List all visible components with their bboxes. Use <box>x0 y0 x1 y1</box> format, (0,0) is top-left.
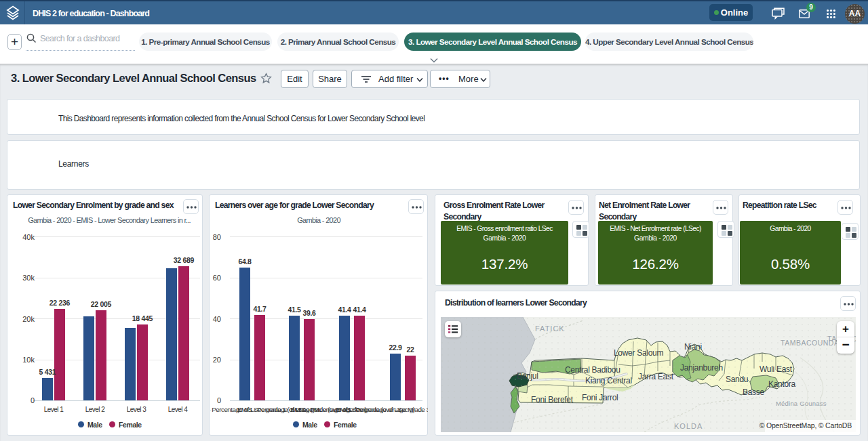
svg-text:Jarra East: Jarra East <box>638 372 674 381</box>
svg-text:Central Badibou: Central Badibou <box>565 365 620 375</box>
svg-text:Janjanbureh: Janjanbureh <box>680 363 723 373</box>
svg-text:KOLDA: KOLDA <box>674 422 703 430</box>
svg-text:Lower Saloum: Lower Saloum <box>614 348 663 358</box>
svg-text:Basse: Basse <box>743 387 764 397</box>
svg-text:Wuli East: Wuli East <box>760 364 793 374</box>
svg-text:Sandu: Sandu <box>726 375 748 384</box>
svg-text:FATICK: FATICK <box>535 324 565 333</box>
svg-text:TA: TA <box>827 335 837 343</box>
svg-text:© OpenStreetMap, © CartoDB: © OpenStreetMap, © CartoDB <box>760 421 852 429</box>
svg-text:Médina Gounass: Médina Gounass <box>776 400 827 407</box>
svg-text:Banjul: Banjul <box>517 371 538 381</box>
svg-text:Kantora: Kantora <box>768 379 796 389</box>
svg-text:Foni Berefet: Foni Berefet <box>531 395 574 404</box>
svg-text:Foni Jarrol: Foni Jarrol <box>582 393 618 402</box>
svg-text:Kiang Central: Kiang Central <box>585 376 632 385</box>
svg-text:Niani: Niani <box>684 342 702 352</box>
